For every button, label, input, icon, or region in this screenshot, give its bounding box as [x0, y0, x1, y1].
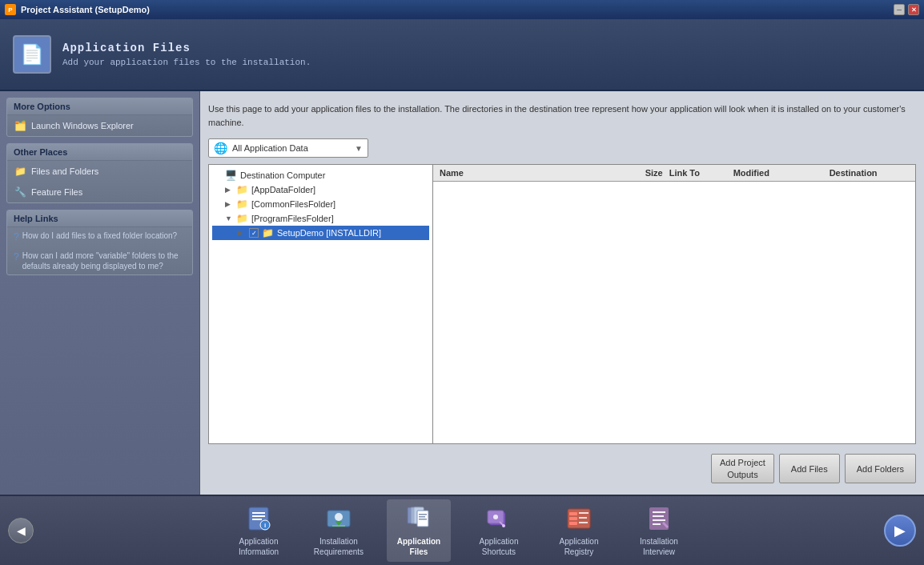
install-req-label: InstallationRequirements [314, 536, 364, 557]
sidebar-item-launch-explorer[interactable]: 🗂️ Launch Windows Explorer [7, 115, 192, 136]
tree-toggle-programfiles[interactable]: ▼ [225, 214, 235, 222]
next-icon: ▶ [894, 522, 906, 539]
file-list-panel[interactable]: Name Size Link To Modified Destination [433, 165, 915, 443]
tree-label-installdir: SetupDemo [INSTALLDIR] [277, 228, 381, 238]
tree-panel[interactable]: 🖥️ Destination Computer ▶ 📁 [AppDataFold… [209, 165, 433, 443]
more-options-header: More Options [7, 98, 192, 115]
other-places-header: Other Places [7, 144, 192, 161]
svg-point-19 [502, 524, 505, 527]
feature-files-icon: 🔧 [14, 186, 26, 198]
sidebar-item-files-folders[interactable]: 📁 Files and Folders [7, 161, 192, 182]
page-title: Application Files [62, 42, 311, 54]
help-text-1: How do I add files to a fixed folder loc… [22, 230, 177, 241]
title-bar-text: Project Assistant (SetupDemo) [21, 5, 150, 14]
app-info-icon: i [244, 504, 273, 533]
tree-toggle-commonfiles[interactable]: ▶ [225, 200, 235, 208]
help-icon-2: ? [14, 251, 19, 264]
header-text: Application Files Add your application f… [62, 42, 311, 67]
col-name: Name [436, 166, 602, 179]
tree-node-installdir[interactable]: ▶ ✓ 📁 SetupDemo [INSTALLDIR] [212, 226, 429, 240]
file-list-header: Name Size Link To Modified Destination [433, 165, 915, 182]
tree-node-commonfiles[interactable]: ▶ 📁 [CommonFilesFolder] [212, 197, 429, 211]
taskbar-items: i ApplicationInformation InstallationReq… [34, 499, 884, 562]
dropdown-globe-icon: 🌐 [214, 142, 227, 154]
add-folders-button[interactable]: Add Folders [845, 454, 916, 483]
tree-node-appdata[interactable]: ▶ 📁 [AppDataFolder] [212, 182, 429, 197]
page-subtitle: Add your application files to the instal… [62, 58, 311, 67]
tree-label-appdata: [AppDataFolder] [251, 185, 315, 194]
folder-icon-commonfiles: 📁 [236, 198, 248, 210]
add-files-button[interactable]: Add Files [779, 454, 840, 483]
folder-icon-programfiles: 📁 [236, 213, 248, 224]
app-files-icon [404, 504, 433, 533]
next-button[interactable]: ▶ [884, 515, 916, 547]
svg-point-18 [493, 515, 498, 519]
svg-rect-1 [252, 512, 265, 514]
app-files-label: ApplicationFiles [397, 536, 440, 557]
svg-rect-28 [653, 511, 665, 513]
tree-node-destination-computer[interactable]: 🖥️ Destination Computer [212, 168, 429, 182]
computer-icon: 🖥️ [225, 170, 237, 181]
content-area: More Options 🗂️ Launch Windows Explorer … [0, 91, 924, 495]
svg-rect-23 [569, 522, 577, 525]
sidebar-item-label: Files and Folders [31, 166, 98, 176]
sidebar-item-label: Launch Windows Explorer [31, 121, 134, 130]
title-bar: P Project Assistant (SetupDemo) ─ ✕ [0, 0, 924, 19]
header-icon-symbol: 📄 [20, 43, 44, 66]
folder-icon-installdir: 📁 [262, 227, 274, 238]
help-item-2[interactable]: ? How can I add more "variable" folders … [7, 247, 192, 274]
description-text: Use this page to add your application fi… [208, 99, 916, 132]
add-project-outputs-button[interactable]: Add ProjectOutputs [711, 454, 774, 483]
explorer-area: 🖥️ Destination Computer ▶ 📁 [AppDataFold… [208, 164, 916, 444]
minimize-button[interactable]: ─ [894, 4, 905, 15]
tree-check-installdir[interactable]: ✓ [249, 228, 259, 238]
app-registry-icon [564, 504, 593, 533]
main-panel: Use this page to add your application fi… [200, 91, 924, 495]
app-header: 📄 Application Files Add your application… [0, 19, 924, 91]
help-links-header: Help Links [7, 210, 192, 227]
tree-label-programfiles: [ProgramFilesFolder] [251, 214, 334, 223]
help-item-1[interactable]: ? How do I add files to a fixed folder l… [7, 227, 192, 247]
svg-rect-14 [419, 516, 425, 518]
app-registry-label: ApplicationRegistry [560, 536, 599, 557]
taskbar: ◀ i ApplicationInformation [0, 495, 924, 565]
col-linkto: Link To [666, 166, 730, 179]
taskbar-item-install-interview[interactable]: InstallationInterview [627, 499, 691, 562]
sidebar-item-label: Feature Files [31, 187, 82, 197]
svg-rect-24 [579, 512, 589, 514]
taskbar-item-install-req[interactable]: InstallationRequirements [307, 499, 371, 562]
back-button[interactable]: ◀ [8, 518, 34, 543]
svg-rect-30 [653, 519, 665, 521]
help-icon-1: ? [14, 231, 19, 244]
back-icon: ◀ [17, 524, 26, 537]
folder-icon-appdata: 📁 [236, 184, 248, 195]
svg-rect-26 [579, 522, 588, 523]
more-options-section: More Options 🗂️ Launch Windows Explorer [6, 98, 193, 137]
taskbar-item-app-shortcuts[interactable]: ApplicationShortcuts [467, 499, 531, 562]
header-icon: 📄 [13, 35, 51, 74]
tree-toggle-installdir[interactable]: ▶ [238, 229, 247, 237]
application-data-dropdown[interactable]: 🌐 All Application Data ▼ [208, 138, 368, 158]
sidebar-item-feature-files[interactable]: 🔧 Feature Files [7, 182, 192, 202]
install-req-icon [324, 504, 353, 533]
main-container: 📄 Application Files Add your application… [0, 19, 924, 565]
svg-text:i: i [264, 522, 266, 529]
app-icon: P [5, 4, 16, 15]
button-row: Add ProjectOutputs Add Files Add Folders [208, 451, 916, 487]
taskbar-item-app-info[interactable]: i ApplicationInformation [227, 499, 291, 562]
svg-point-7 [335, 513, 343, 521]
close-button[interactable]: ✕ [908, 4, 919, 15]
sidebar: More Options 🗂️ Launch Windows Explorer … [0, 91, 200, 495]
svg-rect-2 [252, 515, 265, 517]
tree-node-programfiles[interactable]: ▼ 📁 [ProgramFilesFolder] [212, 211, 429, 226]
svg-rect-25 [579, 517, 587, 519]
svg-rect-21 [569, 512, 577, 515]
svg-rect-22 [569, 517, 577, 520]
app-shortcuts-icon [484, 504, 513, 533]
install-interview-icon [645, 504, 673, 533]
tree-toggle-appdata[interactable]: ▶ [225, 186, 235, 194]
svg-rect-29 [653, 515, 664, 517]
taskbar-item-app-files[interactable]: ApplicationFiles [387, 499, 451, 562]
taskbar-item-app-registry[interactable]: ApplicationRegistry [547, 499, 611, 562]
other-places-section: Other Places 📁 Files and Folders 🔧 Featu… [6, 143, 193, 203]
